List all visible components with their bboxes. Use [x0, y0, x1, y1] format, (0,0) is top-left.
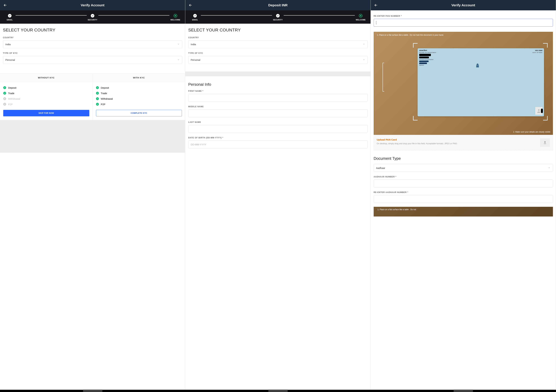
country-label: COUNTRY — [188, 37, 368, 39]
appbar-title: Deposit INR — [185, 3, 371, 7]
check-circle-icon — [8, 14, 12, 17]
check-icon — [96, 97, 99, 100]
back-button[interactable] — [373, 3, 378, 8]
check-icon — [3, 92, 6, 95]
photo-placeholder-icon — [535, 107, 542, 115]
reenter-pan-input[interactable] — [374, 19, 553, 27]
back-button[interactable] — [188, 3, 193, 8]
check-icon — [3, 86, 6, 89]
upload-icon — [543, 141, 547, 145]
appbar-title: Verify Account — [0, 3, 185, 7]
check-circle-icon — [276, 14, 280, 17]
step-security: SECURITY — [88, 14, 97, 21]
check-circle-icon — [91, 14, 94, 17]
kyc-type-select[interactable]: Personal — [188, 56, 368, 64]
feature-row: Deposit — [3, 85, 89, 90]
instruction-text: 2. Make sure your details are clearly vi… — [513, 131, 550, 133]
feature-row: P2P — [3, 101, 89, 107]
last-name-label: LAST NAME — [188, 121, 368, 123]
back-button[interactable] — [3, 3, 8, 8]
feature-row: Withdrawal — [96, 96, 182, 101]
empty-footer — [0, 120, 185, 153]
country-label: COUNTRY — [3, 37, 182, 39]
first-name-input[interactable] — [188, 94, 368, 102]
feature-row: P2P — [96, 101, 182, 107]
check-icon — [96, 86, 99, 89]
feature-row: Deposit — [96, 85, 182, 90]
personal-info-heading: Personal Info — [188, 82, 368, 87]
redacted-bar — [419, 61, 429, 62]
step-security: SECURITY — [273, 14, 283, 21]
chevron-down-icon — [177, 58, 180, 61]
complete-kyc-button[interactable]: COMPLETE KYC — [96, 110, 182, 116]
redacted-bar — [419, 62, 427, 64]
upload-button[interactable] — [540, 138, 550, 147]
upload-title: Upload PAN Card — [377, 138, 538, 141]
section-divider — [185, 71, 371, 76]
nav-handle-icon[interactable] — [454, 391, 473, 391]
redacted-bar — [419, 57, 429, 58]
skip-for-now-button[interactable]: SKIP FOR NOW — [3, 110, 89, 116]
document-type-heading: Document Type — [374, 156, 553, 161]
chevron-down-icon — [548, 166, 550, 169]
appbar: Verify Account — [0, 0, 185, 10]
reenter-pan-label: RE-ENTER PAN NUMBER * — [374, 15, 553, 17]
appbar: Verify Account — [371, 0, 556, 10]
kyc-comparison-table: WITHOUT KYC WITH KYC Deposit Trade Withd… — [0, 73, 185, 120]
without-kyc-header: WITHOUT KYC — [0, 74, 93, 82]
dob-input[interactable]: DD-MM-YYYY — [188, 140, 368, 148]
with-kyc-column: Deposit Trade Withdrawal P2P COMPLETE KY… — [93, 82, 185, 120]
arrow-left-icon — [374, 3, 378, 7]
emblem-icon — [476, 63, 479, 68]
nav-handle-icon[interactable] — [268, 391, 288, 391]
nav-handle-icon[interactable] — [83, 391, 102, 391]
reenter-aadhaar-input[interactable] — [374, 195, 553, 203]
frame-corner-icon — [413, 116, 417, 120]
dob-label: DATE OF BIRTH (DD-MM-YYYY) * — [188, 137, 368, 139]
with-kyc-header: WITH KYC — [93, 74, 185, 82]
pan-card-preview: 1. Place on a flat surface like a table … — [374, 32, 553, 135]
chevron-down-icon — [363, 43, 365, 46]
progress-stepper: EMAIL SECURITY WELCOME — [185, 10, 371, 24]
country-select[interactable]: India — [3, 40, 182, 48]
feature-row: Trade — [3, 90, 89, 96]
redacted-bar — [541, 108, 543, 113]
aadhaar-number-input[interactable] — [374, 180, 553, 187]
arrow-left-icon — [3, 3, 7, 7]
instruction-text: 1. Place on a flat surface like a table … — [378, 208, 416, 211]
middle-name-input[interactable] — [188, 109, 368, 117]
step-welcome: WELCOME — [170, 14, 180, 21]
check-icon — [96, 103, 99, 106]
country-select[interactable]: India — [188, 40, 368, 48]
upload-subtitle: On desktop, simply drag and drop your fi… — [377, 142, 538, 145]
content-area: SELECT YOUR COUNTRY COUNTRY India TYPE O… — [0, 24, 185, 71]
check-icon — [96, 92, 99, 95]
chevron-down-icon — [363, 58, 365, 61]
kyc-type-select[interactable]: Personal — [3, 56, 182, 64]
step-welcome: WELCOME — [356, 14, 366, 21]
step-email: EMAIL — [190, 14, 200, 21]
svg-point-1 — [538, 109, 540, 111]
sample-pan-card: आयकर विभागभारत सरकार INCOME TAX DEPARTME… — [417, 48, 544, 116]
screen-verify-kyc-options: Verify Account EMAIL SECURITY WELCOME SE… — [0, 0, 185, 392]
instruction-text: 1. Place on a flat surface like a table … — [377, 34, 444, 36]
active-step-icon — [174, 14, 177, 17]
aadhaar-number-label: AADHAAR NUMBER * — [374, 176, 553, 178]
svg-rect-2 — [544, 144, 546, 144]
appbar: Deposit INR — [185, 0, 371, 10]
frame-corner-icon — [543, 43, 548, 48]
chevron-down-icon — [177, 43, 180, 46]
reenter-aadhaar-label: RE-ENTER AADHAAR NUMBER * — [374, 191, 553, 193]
aadhaar-card-preview: 1. Place on a flat surface like a table … — [374, 207, 553, 216]
section-heading: SELECT YOUR COUNTRY — [188, 28, 368, 33]
frame-corner-icon — [413, 43, 417, 48]
arrow-left-icon — [188, 3, 193, 7]
upload-pan-dropzone[interactable]: Upload PAN Card On desktop, simply drag … — [374, 135, 553, 150]
svg-rect-0 — [476, 65, 479, 67]
appbar-title: Verify Account — [371, 3, 556, 7]
system-nav-bar — [0, 390, 556, 392]
feature-row: Withdrawal — [3, 96, 89, 101]
document-type-select[interactable]: Aadhaar — [374, 164, 553, 172]
last-name-input[interactable] — [188, 125, 368, 133]
without-kyc-column: Deposit Trade Withdrawal P2P SKIP FOR NO… — [0, 82, 93, 120]
